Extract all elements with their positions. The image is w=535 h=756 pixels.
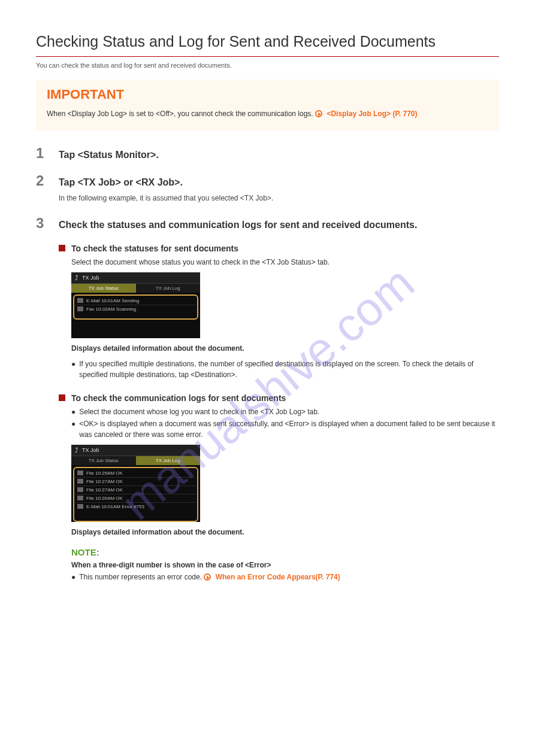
file-icon [77,479,83,484]
play-circle-icon [315,110,322,117]
log-section-desc-1: ● Select the document whose log you want… [71,406,499,417]
back-icon[interactable]: ⤴ [75,447,78,454]
tab-tx-job-log[interactable]: TX Job Log [136,456,201,465]
status-insight-bullet-text: If you specified multiple destinations, … [79,359,499,380]
device-screenshot-status: ⤴ TX Job TX Job Status TX Job Log E-Mail… [71,272,499,338]
step-2-text: Tap <TX Job> or <RX Job>. [59,177,183,188]
list-item[interactable]: File 10:29AM OK [75,469,196,478]
page-title: Checking Status and Log for Sent and Rec… [36,33,499,50]
tab-tx-job-log[interactable]: TX Job Log [136,284,201,293]
status-insight-prefix: Displays detailed information about the … [71,344,244,353]
bullet-dot-icon: ● [71,572,75,582]
note-bullet: ● This number represents an error code. … [71,572,499,582]
log-insight-text: Displays detailed information about the … [71,528,244,536]
status-section-heading-row: To check the statuses for sent documents [59,242,499,253]
bullet-dot-icon: ● [71,359,75,380]
step-3-number: 3 [36,215,53,232]
fax-icon [77,306,83,311]
file-icon [77,470,83,475]
list-item[interactable]: E-Mail 10:01AM Sending [75,297,196,305]
square-bullet-icon [59,394,65,401]
important-heading: IMPORTANT [47,87,488,102]
list-item[interactable]: File 10:27AM OK [75,486,196,494]
device-screenshot-log: ⤴ TX Job TX Job Status TX Job Log File 1… [71,445,499,522]
play-circle-icon [204,573,211,581]
step-2-number: 2 [36,172,53,189]
bullet-dot-icon: ● [71,418,75,440]
list-item[interactable]: File 10:26AM OK [75,494,196,503]
mail-icon [77,504,83,509]
tab-tx-job-status[interactable]: TX Job Status [71,284,136,293]
list-item[interactable]: E-Mail 10:01AM Error #753 [75,503,196,511]
list-item[interactable]: File 10:27AM OK [75,478,196,486]
important-body: When <Display Job Log> is set to <Off>, … [47,108,488,120]
back-icon[interactable]: ⤴ [75,274,78,281]
step-1-text: Tap <Status Monitor>. [59,150,159,160]
tab-tx-job-status[interactable]: TX Job Status [71,456,136,465]
log-section-heading: To check the communication logs for sent… [71,393,286,403]
device-title-1: TX Job [82,275,99,281]
important-text: When <Display Job Log> is set to <Off>, … [47,110,315,118]
file-icon [77,487,83,492]
status-section-heading: To check the statuses for sent documents [71,244,238,253]
note-subtitle: When a three-digit number is shown in th… [71,561,499,569]
file-icon [77,496,83,500]
title-divider [36,56,499,57]
status-insight-bullet: ● If you specified multiple destinations… [71,359,499,380]
note-bullet-text: This number represents an error code. [79,573,204,581]
mail-icon [77,298,83,303]
important-link[interactable]: <Display Job Log> (P. 770) [327,110,417,118]
note-bullet-link[interactable]: When an Error Code Appears(P. 774) [216,573,340,581]
status-section-desc: Select the document whose status you wan… [71,257,499,268]
step-2-note: In the following example, it is assumed … [59,193,499,204]
square-bullet-icon [59,245,65,251]
device-list-2: File 10:29AM OK File 10:27AM OK File 10:… [73,467,198,522]
step-1: 1 Tap <Status Monitor>. [36,145,499,162]
note-title: NOTE: [71,547,499,557]
status-insight: Displays detailed information about the … [71,343,499,354]
top-description: You can check the status and log for sen… [36,62,499,69]
log-section-heading-row: To check the communication logs for sent… [59,392,499,403]
note-block: NOTE: When a three-digit number is shown… [71,547,499,582]
bullet-dot-icon: ● [71,406,75,417]
step-2: 2 Tap <TX Job> or <RX Job>. In the follo… [36,172,499,204]
log-insight: Displays detailed information about the … [71,527,499,538]
device-list-1: E-Mail 10:01AM Sending Fax 10:02AM Scann… [73,294,198,320]
step-1-number: 1 [36,145,53,162]
log-section-desc-2: ● <OK> is displayed when a document was … [71,418,499,440]
important-callout: IMPORTANT When <Display Job Log> is set … [36,80,499,130]
list-item[interactable]: Fax 10:02AM Scanning [75,305,196,313]
device-title-2: TX Job [82,447,99,453]
step-3-text: Check the statuses and communication log… [59,220,417,230]
step-3: 3 Check the statuses and communication l… [36,215,499,232]
